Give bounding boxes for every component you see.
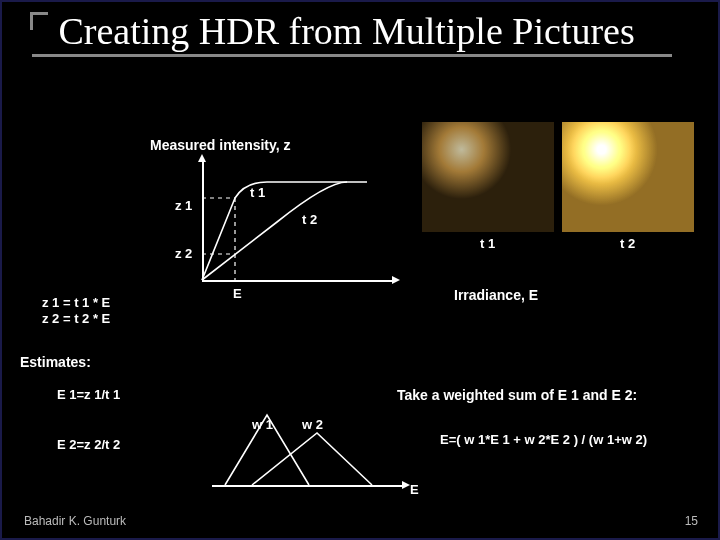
title-block: Creating HDR from Multiple Pictures — [30, 12, 672, 57]
t2-curve-label: t 2 — [302, 212, 317, 227]
slide-title: Creating HDR from Multiple Pictures — [58, 12, 634, 52]
weighted-heading: Take a weighted sum of E 1 and E 2: — [397, 387, 637, 403]
measured-intensity-label: Measured intensity, z — [150, 137, 291, 153]
corner-ornament-icon — [30, 12, 48, 30]
estimate-e1: E 1=z 1/t 1 — [57, 387, 120, 402]
weighted-eq: E=( w 1*E 1 + w 2*E 2 ) / (w 1+w 2) — [440, 432, 647, 447]
weights-E-label: E — [410, 482, 419, 497]
response-curves-svg — [197, 162, 397, 292]
z2-label: z 2 — [175, 246, 192, 261]
eq-z2: z 2 = t 2 * E — [42, 311, 110, 326]
slide-root: Creating HDR from Multiple Pictures Meas… — [0, 0, 720, 540]
footer-author: Bahadir K. Gunturk — [24, 514, 126, 528]
E-axis-mark: E — [233, 286, 242, 301]
z1-label: z 1 — [175, 198, 192, 213]
w2-label: w 2 — [302, 417, 323, 432]
estimate-e2: E 2=z 2/t 2 — [57, 437, 120, 452]
eq-z1: z 1 = t 1 * E — [42, 295, 110, 310]
footer-page-number: 15 — [685, 514, 698, 528]
photo-t2-label: t 2 — [620, 236, 635, 251]
title-underline — [32, 54, 672, 57]
w1-label: w 1 — [252, 417, 273, 432]
estimates-heading: Estimates: — [20, 354, 91, 370]
exposure-photo-t1 — [422, 122, 554, 232]
t1-curve-label: t 1 — [250, 185, 265, 200]
photo-t1-label: t 1 — [480, 236, 495, 251]
exposure-photo-t2 — [562, 122, 694, 232]
irradiance-axis-label: Irradiance, E — [454, 287, 538, 303]
response-plot — [202, 172, 392, 292]
